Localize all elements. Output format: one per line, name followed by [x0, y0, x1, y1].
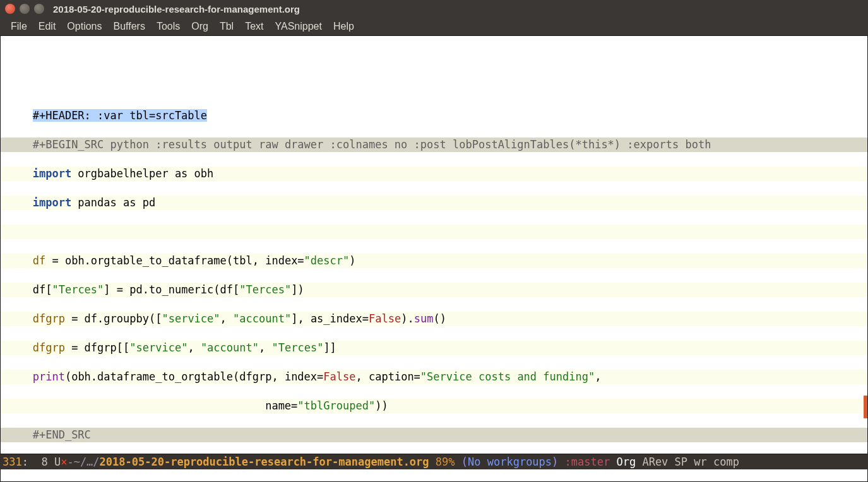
ml-vc-branch: :master: [565, 456, 617, 468]
menu-yasnippet[interactable]: YASnippet: [271, 20, 326, 33]
menu-org[interactable]: Org: [187, 20, 213, 33]
ml-filename: 2018-05-20-reproducible-research-for-man…: [100, 456, 429, 468]
menubar: File Edit Options Buffers Tools Org Tbl …: [0, 18, 868, 35]
ml-paren: ): [552, 456, 564, 468]
ml-paren: (: [461, 456, 468, 468]
modeline[interactable]: 331: 8 U×-~/…/2018-05-20-reproducible-re…: [0, 454, 868, 469]
menu-buffers[interactable]: Buffers: [109, 20, 150, 33]
menu-help[interactable]: Help: [329, 20, 359, 33]
ml-major-mode: Org: [616, 456, 636, 468]
src-line: df = obh.orgtable_to_dataframe(tbl, inde…: [1, 254, 867, 268]
ml-path: -~/…/: [67, 456, 99, 468]
menu-tools[interactable]: Tools: [152, 20, 184, 33]
menu-tbl[interactable]: Tbl: [215, 20, 238, 33]
titlebar[interactable]: 2018-05-20-reproducible-research-for-man…: [0, 0, 868, 18]
ml-modified-icon: ×: [61, 456, 67, 468]
src-line: name="tblGrouped")): [1, 399, 867, 413]
src-line: print(obh.dataframe_to_orgtable(dfgrp, i…: [1, 370, 867, 384]
minimize-icon[interactable]: [20, 4, 30, 14]
src-line: dfgrp = df.groupby(["service", "account"…: [1, 312, 867, 326]
src-end-line: #+END_SRC: [1, 428, 867, 442]
src-line: [1, 225, 867, 239]
ml-coding: U: [54, 456, 61, 468]
menu-text[interactable]: Text: [241, 20, 268, 33]
menu-edit[interactable]: Edit: [34, 20, 61, 33]
ml-line-number: 331: [3, 456, 22, 468]
emacs-window: 2018-05-20-reproducible-research-for-man…: [0, 0, 868, 482]
scroll-indicator[interactable]: [864, 396, 867, 418]
maximize-icon[interactable]: [34, 4, 44, 14]
ml-position: 89%: [429, 456, 461, 468]
src-line: dfgrp = dfgrp[["service", "account", "Te…: [1, 341, 867, 355]
ml-col: : 8: [22, 456, 54, 468]
menu-options[interactable]: Options: [62, 20, 106, 33]
close-icon[interactable]: [5, 4, 15, 14]
window-title: 2018-05-20-reproducible-research-for-man…: [53, 4, 300, 15]
org-header: #+HEADER: :var tbl=srcTable: [33, 109, 207, 122]
minibuffer[interactable]: [0, 469, 868, 482]
src-line: import orgbabelhelper as obh: [1, 167, 867, 181]
menu-file[interactable]: File: [6, 20, 32, 33]
editor-buffer[interactable]: #+HEADER: :var tbl=srcTable #+BEGIN_SRC …: [0, 35, 868, 454]
ml-minor-modes: ARev SP wr comp: [636, 456, 739, 468]
ml-workgroups: No workgroups: [468, 456, 552, 468]
window-controls: [5, 4, 44, 14]
src-begin-line: #+BEGIN_SRC python :results output raw d…: [1, 138, 867, 152]
src-line: import pandas as pd: [1, 196, 867, 210]
src-line: df["Terces"] = pd.to_numeric(df["Terces"…: [1, 283, 867, 297]
